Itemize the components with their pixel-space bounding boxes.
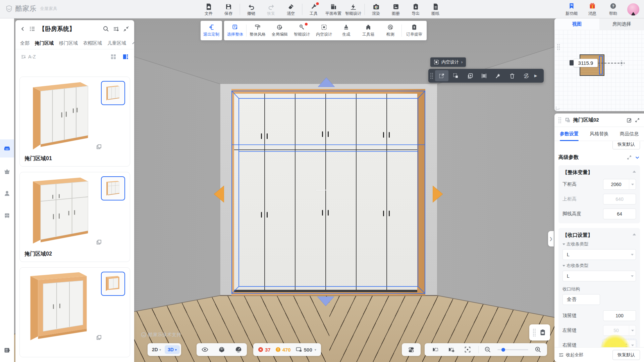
copy-icon[interactable] [96, 239, 102, 245]
avatar[interactable] [627, 3, 639, 15]
visibility-icon[interactable] [201, 346, 209, 353]
focus-selection-button[interactable] [460, 343, 475, 356]
mode-3d-button[interactable]: 3D▾ [165, 345, 180, 354]
minimap-grid[interactable]: 3115.9 2 [554, 30, 644, 111]
list-view-icon[interactable] [122, 53, 129, 60]
interior-design-mode-pill[interactable]: 内空设计› [430, 57, 466, 67]
tab-room-select[interactable]: 房间选择 [599, 18, 644, 30]
rail-keyboard-panel-item[interactable] [0, 341, 14, 359]
tab-all[interactable]: 全部 [20, 40, 30, 46]
help-button[interactable]: ? 帮助 [604, 0, 623, 18]
add-component-tool[interactable] [463, 70, 477, 81]
caret-down-icon[interactable] [629, 340, 636, 347]
toolbox-button[interactable]: 工具箱 [357, 21, 379, 40]
performance-gauge-icon[interactable] [235, 346, 242, 353]
order-list-float-button[interactable] [529, 324, 550, 341]
hammer-tool[interactable] [491, 70, 505, 81]
top-gap-input[interactable]: 100 [603, 310, 636, 321]
brand-logo[interactable]: 酷家乐 全屋家具 [5, 4, 57, 13]
move-down-arrow[interactable] [317, 297, 334, 306]
tab-style-swap[interactable]: 风格替换 [590, 127, 609, 141]
panel-resize-corner[interactable] [556, 105, 560, 110]
drag-handle[interactable] [557, 44, 560, 50]
caret-down-icon[interactable] [629, 325, 636, 335]
collapse-tabs-icon[interactable] [131, 41, 134, 46]
drawings-button[interactable]: 图纸 [426, 0, 445, 18]
wardrobe-model[interactable] [231, 89, 425, 296]
chevron-down-icon[interactable] [635, 155, 640, 160]
multi-select-tool[interactable] [449, 70, 463, 81]
album-button[interactable]: 图册 [386, 0, 406, 18]
clear-button[interactable]: 清空 [281, 0, 301, 18]
back-icon[interactable] [20, 26, 25, 32]
caret-down-icon[interactable] [629, 271, 636, 281]
right-strip-type-select[interactable]: L [562, 271, 636, 281]
zoom-slider-knob[interactable] [501, 348, 505, 352]
door-panel-tool[interactable] [477, 70, 491, 81]
rail-furniture-item[interactable] [0, 139, 14, 157]
zoom-out-button[interactable] [482, 343, 493, 356]
move-right-arrow[interactable] [433, 186, 443, 202]
copy-icon[interactable] [96, 335, 102, 340]
drag-handle[interactable] [558, 117, 561, 123]
whats-new-button[interactable]: N 新功能 [562, 0, 581, 18]
switch-2d-tool[interactable]: 2D [520, 70, 533, 81]
tab-view[interactable]: 视图 [554, 18, 599, 30]
layer-toggles-button[interactable] [402, 343, 421, 356]
zoom-slider[interactable] [497, 349, 528, 350]
rail-materials-item[interactable] [0, 207, 14, 225]
closing-structure-input[interactable]: 全否 [562, 294, 600, 305]
select-whole-button[interactable]: 选择整体 [224, 21, 246, 40]
rail-account-item[interactable] [0, 184, 14, 202]
rename-icon[interactable] [627, 118, 632, 123]
caret-down-icon[interactable] [629, 179, 636, 189]
camera-settings-button[interactable] [444, 343, 459, 356]
tab-cloakroom-zone[interactable]: 衣帽区域 [83, 40, 102, 46]
exit-customize-button[interactable]: 退出定制 [201, 21, 222, 40]
collapse-all-button[interactable]: 收起全部 [558, 352, 610, 358]
solid-view-icon[interactable] [218, 346, 225, 353]
camera-target-icon[interactable] [618, 59, 626, 67]
copy-icon[interactable] [96, 144, 102, 149]
product-variant-thumbnail[interactable] [101, 176, 125, 200]
tab-hinged-door-zone[interactable]: 掩门区域 [35, 40, 54, 46]
render-button[interactable]: 渲染 [366, 0, 386, 18]
generate-button[interactable]: 生成 [335, 21, 357, 40]
category-list-icon[interactable] [29, 26, 36, 32]
expand-panel-icon[interactable] [635, 118, 640, 123]
collapse-panel-icon[interactable] [123, 26, 129, 32]
overall-style-button[interactable]: 整体风格 [247, 21, 269, 40]
sort-label[interactable]: A-Z [28, 54, 36, 59]
delete-tool[interactable] [505, 70, 519, 81]
global-edit-button[interactable]: 全局编辑 [269, 21, 291, 40]
collapse-group-icon[interactable] [633, 171, 636, 173]
product-card[interactable] [19, 267, 130, 357]
expand-advanced-icon[interactable] [627, 155, 632, 160]
file-button[interactable]: 文件 [199, 0, 219, 18]
expand-panel-tab[interactable]: ❯ [548, 231, 554, 246]
caret-down-icon[interactable] [629, 250, 636, 260]
move-up-arrow[interactable] [318, 78, 335, 87]
smart-design-button[interactable]: 智能设计 [343, 0, 363, 18]
restore-default-bottom-button[interactable]: 恢复默认 [612, 350, 640, 360]
sort-icon[interactable] [21, 54, 26, 59]
mode-2d-button[interactable]: 2D▾ [149, 345, 164, 354]
messages-button[interactable]: 消息 [583, 0, 602, 18]
interior-design-button[interactable]: 内空设计 [313, 21, 335, 40]
lower-cabinet-height-select[interactable]: 2060 [603, 179, 636, 190]
product-variant-thumbnail[interactable] [101, 272, 125, 296]
grid-view-icon[interactable] [110, 53, 117, 60]
product-card[interactable]: 掩门区域01 [19, 77, 130, 167]
export-button[interactable]: 导出 [406, 0, 426, 18]
left-strip-type-select[interactable]: L [562, 249, 636, 260]
warning-count[interactable]: 470 [275, 347, 291, 353]
product-variant-thumbnail[interactable] [101, 81, 125, 105]
undo-button[interactable]: 撤销 [241, 0, 261, 18]
camera-view-button[interactable] [428, 343, 443, 356]
search-icon[interactable] [103, 26, 109, 32]
model-count[interactable]: 500▾ [296, 346, 316, 353]
collapse-group-icon[interactable] [633, 233, 636, 235]
save-button[interactable]: 保存 [219, 0, 238, 18]
restore-default-button[interactable]: 恢复默认 [612, 141, 640, 149]
redo-button[interactable]: 恢复 [261, 0, 281, 18]
